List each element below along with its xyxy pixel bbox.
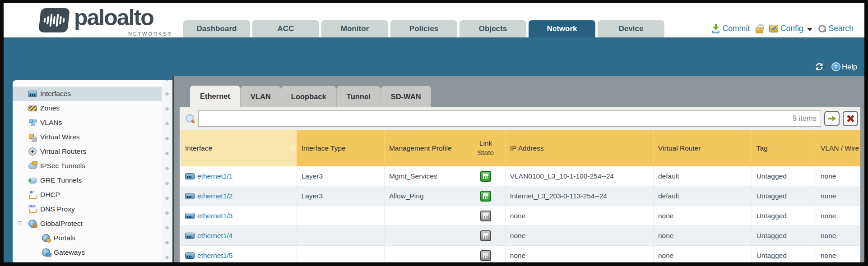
paloalto-logo-icon bbox=[38, 8, 70, 32]
virtual-wires-icon bbox=[28, 133, 37, 141]
table-row-ethernet1-4[interactable]: ethernet1/4 none none Untagged none bbox=[181, 226, 860, 246]
cell-virtual-router: none bbox=[653, 206, 752, 225]
table-row-ethernet1-1[interactable]: ethernet1/1 Layer3 Mgmt_Services VLAN010… bbox=[181, 166, 860, 186]
sidebar-item-portals[interactable]: ▽ Portals bbox=[13, 231, 162, 245]
main-nav-tabs: DashboardACCMonitorPoliciesObjectsNetwor… bbox=[183, 20, 664, 37]
sub-tab-ethernet[interactable]: Ethernet bbox=[190, 86, 240, 107]
nav-tab-monitor[interactable]: Monitor bbox=[321, 20, 388, 37]
ethernet-interface-icon bbox=[185, 213, 195, 219]
ethernet-interface-icon bbox=[185, 233, 195, 239]
cell-interface-type bbox=[297, 246, 384, 262]
apply-filter-button[interactable] bbox=[824, 111, 840, 126]
cell-vlan-wire: none bbox=[816, 166, 860, 186]
filter-input-wrap: 9 items bbox=[198, 110, 821, 127]
cell-link-state bbox=[466, 246, 505, 262]
sub-tab-loopback[interactable]: Loopback bbox=[281, 86, 336, 107]
interface-link[interactable]: ethernet1/2 bbox=[197, 192, 232, 200]
interface-link[interactable]: ethernet1/5 bbox=[197, 252, 232, 260]
interface-link[interactable]: ethernet1/3 bbox=[197, 212, 232, 220]
cell-vlan-wire: none bbox=[816, 206, 860, 225]
column-header-tag[interactable]: Tag ▽ bbox=[752, 130, 816, 166]
column-header-management-profile[interactable]: Management Profile ▽ bbox=[384, 130, 466, 166]
cell-vlan-wire: none bbox=[816, 226, 860, 245]
column-header-virtual-router[interactable]: Virtual Router ▽ bbox=[653, 130, 752, 166]
vlans-icon bbox=[28, 119, 37, 127]
cell-vlan-wire: none bbox=[816, 186, 860, 206]
cell-vlan-wire: none bbox=[816, 246, 860, 262]
sort-dropdown-icon[interactable]: ▽ bbox=[291, 145, 295, 153]
expander-icon[interactable]: ▽ bbox=[18, 220, 22, 226]
nav-tab-network[interactable]: Network bbox=[529, 20, 595, 37]
nav-tab-device[interactable]: Device bbox=[598, 20, 664, 37]
nav-tab-policies[interactable]: Policies bbox=[390, 20, 457, 37]
sidebar-item-virtual-routers[interactable]: ▽ Virtual Routers bbox=[13, 144, 162, 159]
sidebar-item-gateways[interactable]: ▽ Gateways bbox=[13, 245, 162, 260]
app-window: paloalto NETWORKS® DashboardACCMonitorPo… bbox=[4, 3, 864, 262]
ipsec-tunnels-icon bbox=[28, 162, 37, 170]
ethernet-panel: 9 items Interface ▽ Interface Type ▽ Man… bbox=[180, 107, 860, 262]
cell-virtual-router: default bbox=[653, 186, 752, 206]
nav-tab-objects[interactable]: Objects bbox=[460, 20, 526, 37]
interfaces-icon bbox=[28, 90, 37, 98]
commit-icon bbox=[711, 24, 720, 33]
refresh-icon[interactable] bbox=[814, 62, 824, 72]
clear-filter-button[interactable] bbox=[843, 111, 858, 126]
sidebar-item-vlans[interactable]: ▽ VLANs bbox=[13, 115, 162, 130]
table-row-ethernet1-5[interactable]: ethernet1/5 none none Untagged none bbox=[181, 246, 860, 262]
dhcp-icon bbox=[28, 191, 37, 199]
help-button[interactable]: ? Help bbox=[831, 62, 857, 71]
sub-tab-sd-wan[interactable]: SD-WAN bbox=[381, 86, 431, 107]
interface-link[interactable]: ethernet1/1 bbox=[197, 172, 232, 180]
sub-tab-vlan[interactable]: VLAN bbox=[240, 86, 281, 107]
sidebar-item-ipsec-tunnels[interactable]: ▽ IPSec Tunnels bbox=[13, 159, 162, 173]
search-button[interactable]: Search bbox=[818, 24, 854, 33]
cell-link-state bbox=[466, 186, 505, 206]
link-state-icon[interactable] bbox=[480, 250, 491, 261]
sidebar-item[interactable]: ▽ bbox=[13, 260, 162, 262]
config-icon bbox=[769, 25, 778, 32]
lock-icon[interactable] bbox=[756, 28, 763, 33]
filter-input[interactable] bbox=[198, 110, 821, 127]
main-content: EthernetVLANLoopbackTunnelSD-WAN 9 items… bbox=[174, 76, 864, 262]
link-state-icon[interactable] bbox=[480, 171, 491, 182]
sidebar-item-dns-proxy[interactable]: ▽ DNS Proxy bbox=[13, 202, 162, 216]
column-header-ip-address[interactable]: IP Address ▽ bbox=[505, 130, 653, 166]
interface-link[interactable]: ethernet1/4 bbox=[197, 232, 232, 240]
link-state-icon[interactable] bbox=[480, 191, 491, 202]
commit-button[interactable]: Commit bbox=[711, 24, 750, 33]
sidebar-item-dhcp[interactable]: ▽ DHCP bbox=[13, 188, 162, 202]
ethernet-interface-icon bbox=[185, 252, 195, 259]
link-state-icon[interactable] bbox=[480, 230, 491, 241]
help-icon: ? bbox=[831, 62, 840, 71]
cell-interface: ethernet1/3 bbox=[181, 206, 297, 225]
sub-tab-tunnel[interactable]: Tunnel bbox=[336, 86, 381, 107]
cell-management-profile: Allow_Ping bbox=[384, 186, 466, 206]
cell-interface-type: Layer3 bbox=[297, 166, 384, 186]
table-row-ethernet1-3[interactable]: ethernet1/3 none none Untagged none bbox=[181, 206, 860, 226]
config-menu-button[interactable]: Config bbox=[769, 24, 812, 33]
sidebar-item-virtual-wires[interactable]: ▽ Virtual Wires bbox=[13, 130, 162, 144]
cell-interface-type: Layer3 bbox=[297, 186, 384, 206]
cell-management-profile bbox=[384, 246, 466, 262]
cell-tag: Untagged bbox=[752, 166, 816, 186]
sidebar-item-gre-tunnels[interactable]: ▽ GRE Tunnels bbox=[13, 173, 162, 188]
column-header-link-state[interactable]: Link State ▽ bbox=[466, 130, 505, 166]
column-header-vlan-wire[interactable]: VLAN / Wire ▽ bbox=[816, 130, 860, 166]
sidebar-item-interfaces[interactable]: ▽ Interfaces bbox=[13, 87, 162, 101]
virtual-routers-icon bbox=[28, 147, 37, 156]
cell-tag: Untagged bbox=[752, 186, 816, 206]
sidebar-splitter-handle[interactable] bbox=[162, 80, 172, 262]
cell-interface-type bbox=[297, 226, 384, 245]
sidebar-item-zones[interactable]: ▽ Zones bbox=[13, 101, 162, 115]
cell-interface: ethernet1/1 bbox=[181, 166, 297, 186]
sidebar-item-globalprotect[interactable]: ▽ GlobalProtect bbox=[13, 216, 162, 231]
nav-tab-dashboard[interactable]: Dashboard bbox=[183, 20, 250, 37]
column-header-interface-type[interactable]: Interface Type ▽ bbox=[297, 130, 384, 166]
cell-ip-address: none bbox=[505, 246, 653, 262]
table-row-ethernet1-2[interactable]: ethernet1/2 Layer3 Allow_Ping Internet_L… bbox=[181, 186, 860, 206]
column-header-interface[interactable]: Interface ▽ bbox=[181, 130, 297, 166]
gre-tunnels-icon bbox=[28, 176, 37, 184]
interface-type-tabs: EthernetVLANLoopbackTunnelSD-WAN bbox=[190, 86, 431, 107]
nav-tab-acc[interactable]: ACC bbox=[252, 20, 319, 37]
link-state-icon[interactable] bbox=[480, 211, 491, 221]
